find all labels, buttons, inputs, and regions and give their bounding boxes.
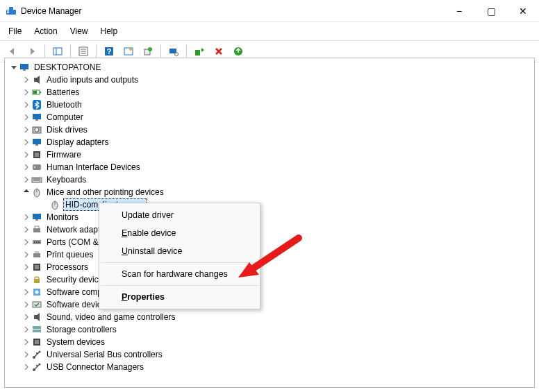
category-row[interactable]: Firmware [6,148,533,161]
lock-icon [31,274,42,285]
category-label: Human Interface Devices [45,162,142,173]
category-row[interactable]: Display adapters [6,136,533,148]
ctx-scan-hardware[interactable]: Scan for hardware changes [99,265,260,283]
window-title: Device Manager [21,6,443,16]
audio-icon [31,74,42,85]
menu-help[interactable]: Help [95,24,124,39]
expander-icon[interactable] [22,250,31,259]
ctx-update-driver[interactable]: Update driver [99,206,260,224]
menu-action[interactable]: Action [28,24,63,39]
category-row[interactable]: Storage controllers [6,323,533,336]
ctx-enable-device[interactable]: Enable device [99,224,260,242]
minimize-button[interactable]: − [443,0,475,22]
device-row[interactable]: HID-compliant mouse [6,198,533,211]
expander-icon[interactable] [22,112,31,122]
svg-rect-46 [33,228,40,232]
tree-root[interactable]: DESKTOPATONE [6,61,533,74]
category-row[interactable]: Software comp [6,286,533,298]
category-row[interactable]: Batteries [6,86,533,99]
port-icon [31,237,42,248]
category-row[interactable]: Human Interface Devices [6,161,533,173]
menubar: File Action View Help [0,22,539,40]
svg-rect-3 [7,12,9,13]
category-row[interactable]: USB Connector Managers [6,361,533,373]
expander-icon[interactable] [9,62,19,72]
category-row[interactable]: Audio inputs and outputs [6,74,533,86]
svg-point-66 [39,351,41,353]
separator [186,44,187,58]
expander-icon[interactable] [22,125,31,135]
expander-icon[interactable] [22,325,31,334]
category-label: Monitors [45,212,80,223]
category-row[interactable]: Mice and other pointing devices [6,186,533,198]
category-row[interactable]: Ports (COM & [6,236,533,248]
ctx-properties[interactable]: Properties [99,288,260,306]
category-row[interactable]: Disk drives [6,123,533,136]
svg-rect-18 [195,50,200,56]
expander-icon[interactable] [22,87,31,97]
expander-icon[interactable] [22,187,31,197]
expander-icon[interactable] [22,162,31,172]
category-label: Software comp [45,287,103,298]
close-button[interactable]: ✕ [507,0,539,22]
category-row[interactable]: Keyboards [6,173,533,186]
category-label: Computer [45,112,85,123]
maximize-button[interactable]: ▢ [475,0,507,22]
expander-icon[interactable] [22,337,31,347]
category-label: Sound, video and game controllers [45,312,176,323]
root-label: DESKTOPATONE [33,62,102,73]
expander-icon[interactable] [22,350,31,359]
device-tree[interactable]: DESKTOPATONEAudio inputs and outputsBatt… [4,58,535,388]
category-label: System devices [45,336,106,348]
category-row[interactable]: Sound, video and game controllers [6,311,533,323]
category-row[interactable]: Security device [6,273,533,286]
svg-rect-27 [33,114,41,119]
svg-point-70 [39,364,41,366]
category-row[interactable]: Bluetooth [6,99,533,111]
category-label: Audio inputs and outputs [45,74,140,85]
expander-icon[interactable] [22,237,31,247]
category-label: Keyboards [45,174,88,185]
expander-icon[interactable] [22,312,31,322]
svg-rect-32 [35,144,38,146]
svg-point-13 [129,48,132,51]
expander-icon[interactable] [22,212,31,222]
svg-rect-31 [33,139,41,144]
menu-file[interactable]: File [3,24,27,39]
mouse-icon [49,199,60,210]
chip-icon [31,262,42,273]
menu-view[interactable]: View [65,24,94,39]
category-row[interactable]: Monitors [6,211,533,223]
category-row[interactable]: Network adapt [6,223,533,236]
category-row[interactable]: Computer [6,111,533,123]
expander-icon[interactable] [22,300,31,309]
audio-icon [31,312,42,323]
expander-icon[interactable] [22,262,31,272]
expander-icon[interactable] [22,75,31,85]
expander-icon[interactable] [22,287,31,297]
svg-rect-55 [34,279,40,283]
svg-point-57 [35,291,39,294]
computer-icon [19,62,30,73]
category-row[interactable]: Print queues [6,248,533,261]
expander-icon[interactable] [22,100,31,110]
expander-icon[interactable] [22,275,31,284]
expander-icon[interactable] [22,225,31,235]
expander-icon[interactable] [22,175,31,185]
category-row[interactable]: Universal Serial Bus controllers [6,348,533,361]
ctx-uninstall-device[interactable]: Uninstall device [99,242,260,260]
expander-icon[interactable] [22,362,31,372]
svg-point-50 [38,241,40,243]
expander-icon[interactable] [22,150,31,160]
svg-rect-22 [34,78,37,82]
category-row[interactable]: Processors [6,261,533,273]
svg-rect-61 [33,330,41,332]
category-label: Mice and other pointing devices [45,187,165,198]
expander-icon[interactable] [22,137,31,147]
svg-point-48 [34,241,35,243]
category-row[interactable]: Software devices [6,298,533,311]
category-row[interactable]: System devices [6,336,533,348]
svg-rect-24 [40,92,41,93]
svg-rect-51 [33,253,40,257]
swcomp-icon [31,287,42,298]
